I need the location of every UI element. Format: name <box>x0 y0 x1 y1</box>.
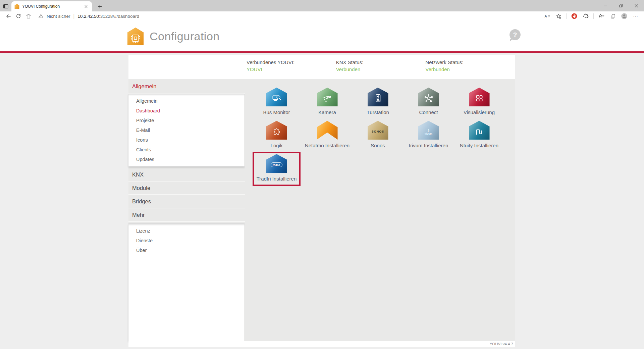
dashboard-tiles-area: Bus Monitor Kamera Türstation <box>245 79 515 341</box>
bus-monitor-icon <box>266 88 287 106</box>
ntuity-icon <box>469 121 490 140</box>
tile-connect[interactable]: Connect <box>403 88 454 115</box>
sidebar-item-ueber[interactable]: Über <box>128 246 245 255</box>
home-button[interactable] <box>23 12 34 20</box>
tile-visualisierung[interactable]: Visualisierung <box>454 88 504 115</box>
star-lines-icon <box>598 13 604 19</box>
trivum-icon: ♪ trivum <box>418 121 439 140</box>
status-connected-youvi: Verbundenes YOUVI: YOUVI <box>247 59 336 79</box>
tile-ntuity[interactable]: Ntuity Installieren <box>454 121 504 148</box>
tile-label: Netatmo Installieren <box>305 143 350 148</box>
sidebar-item-lizenz[interactable]: Lizenz <box>128 226 245 236</box>
url-path: :31228/#/dashboard <box>99 14 139 19</box>
tile-logik[interactable]: Logik <box>251 121 302 148</box>
toolbar-divider <box>566 13 567 19</box>
tile-label: Kamera <box>318 109 336 115</box>
tab-actions-icon <box>3 3 9 9</box>
visualisierung-icon <box>469 88 490 106</box>
tile-label: trivum Installieren <box>409 143 448 148</box>
sidebar-item-dienste[interactable]: Dienste <box>128 236 245 246</box>
tile-label: Tradfri Installieren <box>257 176 297 182</box>
tuerstation-icon <box>368 88 388 106</box>
back-button[interactable] <box>3 12 13 20</box>
refresh-button[interactable] <box>13 12 23 20</box>
sidebar-section-bridges[interactable]: Bridges <box>128 195 245 208</box>
read-aloud-button[interactable]: A <box>542 12 552 20</box>
page-background: Verbundenes YOUVI: YOUVI KNX Status: Ver… <box>0 53 644 349</box>
close-button[interactable] <box>629 0 644 11</box>
sidebar-item-dashboard[interactable]: Dashboard <box>128 106 245 116</box>
url-text: 10.2.42.50:31228/#/dashboard <box>77 14 139 19</box>
tile-netatmo[interactable]: Netatmo Installieren <box>302 121 353 148</box>
svg-text:A: A <box>545 14 547 18</box>
tradfri-ikea-icon: IKEA <box>266 154 287 173</box>
help-button[interactable]: ? <box>509 29 521 40</box>
kamera-icon <box>317 88 338 106</box>
tab-title: YOUVI Configuration <box>22 4 80 9</box>
sidebar-section-module[interactable]: Module <box>128 182 245 195</box>
sonos-icon: SONOS <box>368 121 388 140</box>
sidebar-item-projekte[interactable]: Projekte <box>128 116 245 126</box>
tile-tradfri[interactable]: IKEA Tradfri Installieren <box>251 154 302 182</box>
not-secure-warning-icon <box>38 13 44 19</box>
url-host: 10.2.42.50 <box>77 14 99 19</box>
content-card: Verbundenes YOUVI: YOUVI KNX Status: Ver… <box>128 55 515 347</box>
tile-label: Bus Monitor <box>263 109 290 115</box>
collections-button[interactable] <box>608 12 618 20</box>
tile-label: Logik <box>271 143 283 148</box>
hand-stop-icon <box>571 13 577 19</box>
browser-titlebar: YOUVI Configuration <box>0 0 644 11</box>
toolbar-divider <box>593 13 594 19</box>
minimize-button[interactable] <box>598 0 613 11</box>
sidebar-item-icons[interactable]: Icons <box>128 135 245 145</box>
tile-sonos[interactable]: SONOS Sonos <box>353 121 403 148</box>
sidebar-submenu-allgemein: Allgemein Dashboard Projekte E-Mail Icon… <box>128 94 245 166</box>
favorites-bar-button[interactable] <box>596 12 606 20</box>
sidebar-submenu-mehr: Lizenz Dienste Über <box>128 223 245 341</box>
sidebar-item-email[interactable]: E-Mail <box>128 126 245 135</box>
sidebar-item-allgemein[interactable]: Allgemein <box>128 96 245 106</box>
tab-close-icon[interactable] <box>83 3 89 9</box>
address-separator: | <box>73 13 75 19</box>
status-bar: Verbundenes YOUVI: YOUVI KNX Status: Ver… <box>128 55 515 79</box>
tab-actions-menu-button[interactable] <box>0 1 11 11</box>
tile-trivum[interactable]: ♪ trivum trivum Installieren <box>403 121 454 148</box>
connect-icon <box>418 88 439 106</box>
youvi-logo-icon <box>127 27 144 46</box>
tile-tuerstation[interactable]: Türstation <box>353 88 403 115</box>
sidebar: Allgemein Allgemein Dashboard Projekte E… <box>128 79 245 341</box>
tile-label: Türstation <box>367 109 389 115</box>
sidebar-section-allgemein[interactable]: Allgemein <box>128 79 245 94</box>
status-knx: KNX Status: Verbunden <box>336 59 426 79</box>
tile-label: Connect <box>419 109 438 115</box>
page-title: Configuration <box>150 30 220 43</box>
site-header: Configuration ? <box>0 21 644 51</box>
tile-bus-monitor[interactable]: Bus Monitor <box>251 88 302 115</box>
tile-label: Ntuity Installieren <box>460 143 498 148</box>
window-controls <box>598 0 644 11</box>
restore-button[interactable] <box>613 0 629 11</box>
profile-avatar[interactable] <box>619 12 629 20</box>
logik-icon <box>266 121 287 140</box>
sidebar-item-updates[interactable]: Updates <box>128 155 245 164</box>
tile-label: Sonos <box>371 143 385 148</box>
tile-kamera[interactable]: Kamera <box>302 88 353 115</box>
version-label: YOUVI v4.4.7 <box>128 341 515 347</box>
add-favorite-button[interactable] <box>553 12 564 20</box>
browser-tab[interactable]: YOUVI Configuration <box>11 1 92 11</box>
new-tab-button[interactable] <box>95 1 105 11</box>
tile-label: Visualisierung <box>464 109 495 115</box>
browser-toolbar: Nicht sicher | 10.2.42.50:31228/#/dashbo… <box>0 11 644 21</box>
address-bar[interactable]: Nicht sicher | 10.2.42.50:31228/#/dashbo… <box>38 13 542 19</box>
settings-more-button[interactable]: ⋯ <box>631 12 641 20</box>
sidebar-section-mehr[interactable]: Mehr <box>128 208 245 222</box>
youvi-favicon-icon <box>14 4 19 9</box>
puzzle-icon <box>583 13 589 19</box>
sidebar-item-clients[interactable]: Clients <box>128 145 245 155</box>
status-network: Netzwerk Status: Verbunden <box>425 59 515 79</box>
security-label: Nicht sicher <box>47 14 70 19</box>
sidebar-section-knx[interactable]: KNX <box>128 168 245 182</box>
adblock-extension-button[interactable] <box>569 12 579 20</box>
extensions-button[interactable] <box>581 12 591 20</box>
netatmo-icon <box>317 121 338 140</box>
